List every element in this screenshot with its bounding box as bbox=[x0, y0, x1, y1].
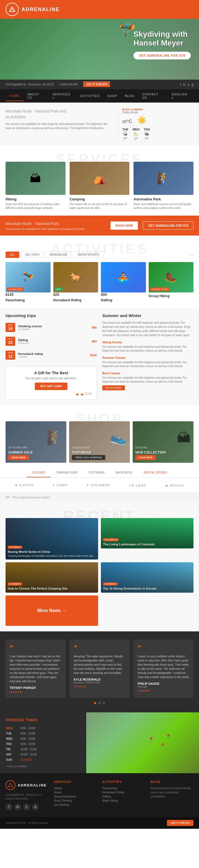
footer-link-rock[interactable]: Rock Climbing bbox=[54, 799, 97, 803]
api-notice: API - This endpoint has been retired. bbox=[0, 493, 199, 502]
collection-shop-btn[interactable]: SHOP NOW bbox=[135, 455, 156, 460]
map-pin-2: 📍 bbox=[160, 743, 166, 749]
camping-title: Camping bbox=[70, 197, 130, 201]
adrenaline-image: 🧗 bbox=[133, 162, 194, 195]
footer-facebook-icon[interactable]: f bbox=[5, 804, 12, 810]
news-camping[interactable]: OCTOBER 5 How to Choose The Perfect Camp… bbox=[5, 562, 98, 593]
weather-widget: BASIC CLIMBING Partly cloudy 25°C ☀️ TUE… bbox=[118, 108, 194, 140]
footer-linkedin-icon[interactable]: in bbox=[14, 804, 21, 810]
map-area: 📍 📍 📍 bbox=[86, 712, 199, 773]
summer-shop-btn[interactable]: SHOP NOW bbox=[8, 455, 29, 460]
footer-activities-col: ACTIVITIES Parachuting Horseback Riding … bbox=[102, 780, 145, 810]
camping-desc: Our beach site is not only terrific for … bbox=[70, 203, 130, 210]
cat-clothes[interactable]: CLOTHES bbox=[27, 468, 51, 477]
shop-section: SHOP 🧗 UP TO 50% OFF SUMMER SALE SHOP NO… bbox=[0, 405, 199, 468]
gift-btn[interactable]: BUY GIFT CARD bbox=[35, 382, 67, 390]
adrenaline-desc: Basic and additional courses are for sel… bbox=[133, 203, 194, 210]
news-racing[interactable]: OCTOBER 9 Racing World Series In China A… bbox=[5, 518, 98, 559]
footer-services-col: SERVICES Hiking Skiing Skiing Adventures… bbox=[54, 780, 97, 810]
activities-section: ACTIVITIES ALL DAY TRIPS ADRENALINE WATE… bbox=[0, 236, 199, 308]
nav-services[interactable]: Services bbox=[48, 89, 76, 102]
service-hiking: 🏔 Hiking Enjoy the thrill and pleasure o… bbox=[5, 162, 66, 210]
footer-link-rafting[interactable]: Rafting bbox=[102, 795, 145, 799]
weather-days: TUE 🌤 29° WED ⛅ 22° THU 🌥 26° bbox=[122, 128, 194, 140]
opening-sat: SAT 10:00 - 22:00 bbox=[6, 752, 80, 757]
footer-link-hiking[interactable]: Hiking bbox=[54, 786, 97, 790]
footer-link-horse[interactable]: Horseback Riding bbox=[102, 790, 145, 795]
news-skiing[interactable]: OCTOBER 6 Top 10 Skiing Destinations in … bbox=[101, 562, 194, 593]
recent-section: RECENT OCTOBER 9 Racing World Series In … bbox=[0, 502, 199, 631]
site-name: ADRENALINE bbox=[22, 7, 60, 12]
boot-camps-desc: Our lessons are available for both begin… bbox=[102, 376, 194, 384]
nav-blog[interactable]: Blog bbox=[121, 91, 138, 101]
footer-address: 144 Edgefield St., Richmond, VA 23223 Un… bbox=[5, 793, 48, 801]
nav-contact[interactable]: Contact Us bbox=[138, 89, 168, 102]
news-grid: OCTOBER 9 Racing World Series In China A… bbox=[5, 518, 194, 626]
footer-bottom: Adrenaline Theme - All rights reserved G… bbox=[0, 817, 199, 829]
activities-grid: 🪂 ADVENTURE $120 Parachuting 🐎 OFF $25 H… bbox=[5, 262, 194, 302]
footer-site-name: ADRENALINE bbox=[18, 783, 47, 787]
footer-link-para[interactable]: Parachuting bbox=[102, 786, 145, 790]
dot-1[interactable] bbox=[94, 702, 96, 704]
cat-camping-gear[interactable]: CAMPING GEAR bbox=[51, 468, 83, 477]
activity-horseback: 🐎 OFF $25 Horseback Riding bbox=[53, 262, 98, 302]
activity-group-hiking: 🥾 COMING SOON Group Hiking bbox=[149, 262, 194, 302]
services-grid: 🏔 Hiking Enjoy the thrill and pleasure o… bbox=[5, 162, 194, 210]
know-more-button[interactable]: KNOW MORE bbox=[102, 385, 125, 390]
get-it-button[interactable]: GET IT FOR $79 bbox=[83, 81, 111, 88]
upcoming-title: Upcoming trips bbox=[5, 313, 97, 318]
shop-new-collection: 🏔 EXPLORE NEW COLLECTION SHOP NOW bbox=[133, 421, 194, 463]
download-button[interactable]: GET ADRENALINE FOR $79 bbox=[143, 221, 194, 230]
footer-youtube-icon[interactable]: y bbox=[23, 804, 30, 810]
logo-area[interactable]: ADRENALINE bbox=[5, 3, 60, 16]
nav-about[interactable]: About Us bbox=[24, 89, 48, 102]
rafting-title: Rafting bbox=[101, 298, 146, 302]
map-pin-1: 📍 bbox=[148, 737, 154, 743]
youtube-icon[interactable]: y bbox=[188, 83, 189, 87]
linkedin-icon[interactable]: in bbox=[183, 83, 186, 87]
facebook-icon[interactable]: f bbox=[180, 83, 181, 87]
horseback-badge: OFF bbox=[55, 287, 63, 291]
footer-link-ice[interactable]: Ice Climbing bbox=[54, 803, 97, 807]
footer-google-icon[interactable]: g bbox=[32, 804, 39, 810]
dot-2[interactable] bbox=[98, 702, 101, 704]
cat-backpacks[interactable]: BACKPACKS bbox=[110, 468, 138, 477]
opening-sun: SUN CLOSED bbox=[6, 757, 80, 762]
footer-get-it-btn[interactable]: GET IT FOR $79 bbox=[167, 820, 194, 826]
footer-blog-title: BLOG bbox=[151, 780, 194, 783]
cat-special[interactable]: SPECIAL OFFERS bbox=[138, 468, 172, 477]
free-shipping-btn[interactable]: FREE 2 DAY SHIPPING bbox=[72, 455, 105, 460]
opening-wed: WED 9:00 - 19:00 bbox=[6, 736, 80, 741]
footer-link-skiing[interactable]: Skiing bbox=[54, 790, 97, 795]
mr-title: Mountain Rush - National Park and Its Ac… bbox=[5, 108, 112, 120]
summer-camps-desc: Our lessons are available for both begin… bbox=[102, 361, 194, 368]
hero-cta-button[interactable]: GET ADRENALINE FOR $79 bbox=[133, 52, 191, 59]
nav-home[interactable]: Home bbox=[5, 91, 24, 101]
cat-footwear[interactable]: FOOTWEAR bbox=[83, 468, 110, 477]
testimonial-nav bbox=[5, 702, 194, 704]
nav-shop[interactable]: Shop bbox=[103, 91, 121, 101]
hiking-desc: Enjoy the thrill and pleasure of surfing… bbox=[5, 203, 66, 210]
google-icon[interactable]: g bbox=[192, 83, 194, 87]
summer-camps: Summer Camps Our lessons are available f… bbox=[102, 356, 194, 368]
hiking-image: 🏔 bbox=[5, 162, 66, 195]
footwear-icon: 👟 bbox=[110, 430, 127, 445]
testimonial-3: ❝ I wasn't a very confident surfer befor… bbox=[133, 640, 194, 698]
shop-grid: 🧗 UP TO 50% OFF SUMMER SALE SHOP NOW 👟 C… bbox=[5, 421, 194, 463]
book-now-button[interactable]: BOOK NOW bbox=[110, 221, 138, 230]
dot-3[interactable] bbox=[103, 702, 105, 704]
adrenaline-title: Adrenaline Park bbox=[133, 197, 194, 201]
opening-table: MON 9:00 - 19:00 TUE 9:00 - 19:00 WED 9:… bbox=[5, 725, 81, 763]
hero-title: Skydiving with Hansel Meyer bbox=[133, 30, 191, 48]
news-more[interactable]: More News → bbox=[5, 595, 98, 626]
nav-activities[interactable]: Activities bbox=[76, 91, 104, 101]
summer-camps-title: Summer Camps bbox=[102, 356, 194, 359]
nav-language[interactable]: English bbox=[168, 89, 194, 102]
summer-sublabel: UP TO 50% OFF bbox=[8, 446, 27, 449]
service-adrenaline: 🧗 Adrenaline Park Basic and additional c… bbox=[133, 162, 194, 210]
footer-link-skiing-adv[interactable]: Skiing Adventures bbox=[54, 795, 97, 799]
opening-title: OPENING TIMES bbox=[5, 718, 81, 722]
news-living[interactable]: OCTOBER 19 The Living Landscapes of Colo… bbox=[101, 518, 194, 549]
parachuting-image: 🪂 ADVENTURE bbox=[5, 262, 51, 292]
footer-link-water-ski[interactable]: Water Skiing bbox=[102, 799, 145, 803]
